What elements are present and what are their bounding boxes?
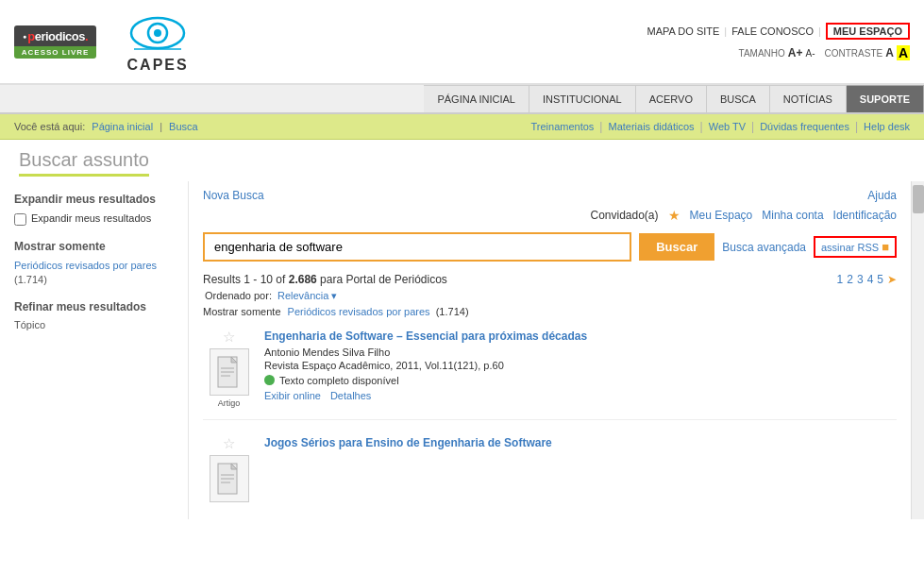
tab-noticias[interactable]: NOTÍCIAS [770,85,847,112]
result-item-2: ☆ Jogos Sérios para Ensino de Engenharia… [203,435,897,502]
page-2[interactable]: 2 [847,273,853,286]
tab-acervo[interactable]: ACERVO [636,85,707,112]
tab-busca[interactable]: BUSCA [707,85,770,112]
page-3[interactable]: 3 [857,273,864,286]
buscar-button[interactable]: Buscar [639,233,714,261]
breadcrumb-busca[interactable]: Busca [169,121,198,132]
main-content: Expandir meus resultados Expandir meus r… [0,181,924,519]
tamanho-control: TAMANHO A+ A- [739,46,815,59]
breadcrumb-home[interactable]: Página inicial [92,121,153,132]
sidebar-mostrar-section: Mostrar somente Periódicos revisados por… [14,240,174,286]
subnav-helpdesk[interactable]: Help desk [864,121,910,132]
capes-logo: CAPES [125,9,191,74]
contraste-control: CONTRASTE A A [825,45,910,60]
ordenado-value[interactable]: Relevância ▾ [277,290,337,301]
mostrar-somente-row: Mostrar somente Periódicos revisados por… [203,306,897,317]
result-1-icon-box [210,348,249,396]
sidebar-mostrar-title: Mostrar somente [14,240,174,253]
result-2-body: Jogos Sérios para Ensino de Engenharia d… [264,435,897,451]
subnav-duvidas[interactable]: Dúvidas frequentes [760,121,849,132]
page-title-area: Buscar assunto [0,140,924,181]
sidebar-expand-title: Expandir meus resultados [14,193,174,206]
ordenado-row: Ordenado por: Relevância ▾ [203,290,897,302]
result-1-icon-area: ☆ Artigo [203,329,255,408]
results-header-row: Results 1 - 10 of 2.686 para Portal de P… [203,273,897,286]
capes-text: CAPES [127,57,189,74]
result-1-author: Antonio Mendes Silva Filho [264,347,897,358]
contraste-a-normal[interactable]: A [885,46,894,59]
subnav-materiais[interactable]: Materiais didáticos [608,121,694,132]
result-1-title[interactable]: Engenharia de Software – Essencial para … [264,329,897,345]
fale-conosco-link[interactable]: FALE CONOSCO [731,25,814,37]
top-nav: MAPA DO SITE | FALE CONOSCO | MEU ESPAÇO… [647,23,910,60]
busca-avancada-link[interactable]: Busca avançada [722,241,806,254]
rss-icon: ■ [882,240,889,254]
star-icon: ★ [668,208,680,223]
pagination-next[interactable]: ➤ [887,273,897,286]
scrollbar[interactable] [911,181,924,519]
identificacao-link[interactable]: Identificação [833,209,897,222]
result-1-star[interactable]: ☆ [223,329,235,346]
logo-acesso-text: ACESSO LIVRE [22,48,90,57]
svg-point-2 [154,29,161,37]
result-1-body: Engenharia de Software – Essencial para … [264,329,897,401]
results-area: Nova Busca Ajuda Convidado(a) ★ Meu Espa… [189,181,911,519]
pagination: 1 2 3 4 5 ➤ [837,273,897,286]
page-title: Buscar assunto [19,149,149,177]
tamanho-aumentar[interactable]: A+ [788,46,803,59]
subnav-treinamentos[interactable]: Treinamentos [531,121,595,132]
logo-periodicos[interactable]: ● periodicos. ACESSO LIVRE [14,25,96,59]
nova-busca-link[interactable]: Nova Busca [203,189,264,202]
search-bar: Buscar Busca avançada assinar RSS ■ [203,232,897,262]
periodicos-revisados-count: (1.714) [436,306,469,317]
result-1-type: Artigo [218,398,241,408]
green-dot-icon [264,375,275,385]
meu-espaco-result-link[interactable]: Meu Espaço [690,209,753,222]
tab-suporte[interactable]: SUPORTE [847,85,924,112]
breadcrumb-prefix: Você está aqui: [14,121,85,132]
exibir-online-link[interactable]: Exibir online [264,390,321,401]
result-2-star[interactable]: ☆ [223,435,235,452]
header: ● periodicos. ACESSO LIVRE CAPES MAPA DO… [0,0,924,85]
page-5[interactable]: 5 [877,273,883,286]
result-item-1: ☆ Artigo Engenharia de Software – Essenc… [203,329,897,420]
results-count: Results 1 - 10 of 2.686 para Portal de P… [203,273,447,286]
result-2-title[interactable]: Jogos Sérios para Ensino de Engenharia d… [264,435,897,451]
breadcrumb: Você está aqui: Página inicial | Busca [14,121,198,132]
ajuda-link[interactable]: Ajuda [867,189,897,202]
meu-espaco-link[interactable]: MEU ESPAÇO [826,23,910,40]
tab-pagina-inicial[interactable]: PÁGINA INICIAL [424,85,529,112]
assinar-rss-link[interactable]: assinar RSS [821,242,879,253]
result-1-available: Texto completo disponível [264,375,897,386]
subnav-links: Treinamentos | Materiais didáticos | Web… [531,120,910,133]
sidebar-refinar-title: Refinar meus resultados [14,300,174,313]
sidebar: Expandir meus resultados Expandir meus r… [0,181,189,519]
sidebar-expand-section: Expandir meus resultados Expandir meus r… [14,193,174,226]
convidado-row: Convidado(a) ★ Meu Espaço Minha conta Id… [203,208,897,223]
logo-periodicos-text: periodicos. [27,29,88,43]
contraste-a-high[interactable]: A [897,45,910,60]
tamanho-diminuir[interactable]: A- [806,48,815,59]
main-nav-tabs: PÁGINA INICIAL INSTITUCIONAL ACERVO BUSC… [0,85,924,114]
page-1[interactable]: 1 [837,273,844,286]
sidebar-periodicos-link[interactable]: Periódicos revisados por pares [14,260,157,271]
expand-checkbox[interactable] [14,213,26,226]
convidado-label: Convidado(a) [590,209,658,222]
expand-checkbox-label: Expandir meus resultados [31,211,151,225]
periodicos-revisados-link[interactable]: Periódicos revisados por pares [288,306,433,317]
search-input[interactable] [203,232,631,262]
contraste-label: CONTRASTE [825,48,883,59]
detalhes-link[interactable]: Detalhes [330,390,371,401]
result-2-icon-box [210,455,249,502]
sidebar-periodicos-count: (1.714) [14,274,47,285]
mapa-do-site-link[interactable]: MAPA DO SITE [647,25,720,37]
minha-conta-link[interactable]: Minha conta [762,209,823,222]
sidebar-refinar-section: Refinar meus resultados Tópico [14,300,174,330]
result-2-icon-area: ☆ [203,435,255,502]
subnav-bar: Você está aqui: Página inicial | Busca T… [0,114,924,140]
sidebar-topico: Tópico [14,319,174,330]
tab-institucional[interactable]: INSTITUCIONAL [529,85,636,112]
tamanho-label: TAMANHO [739,48,785,59]
subnav-webtv[interactable]: Web TV [709,121,746,132]
page-4[interactable]: 4 [867,273,874,286]
